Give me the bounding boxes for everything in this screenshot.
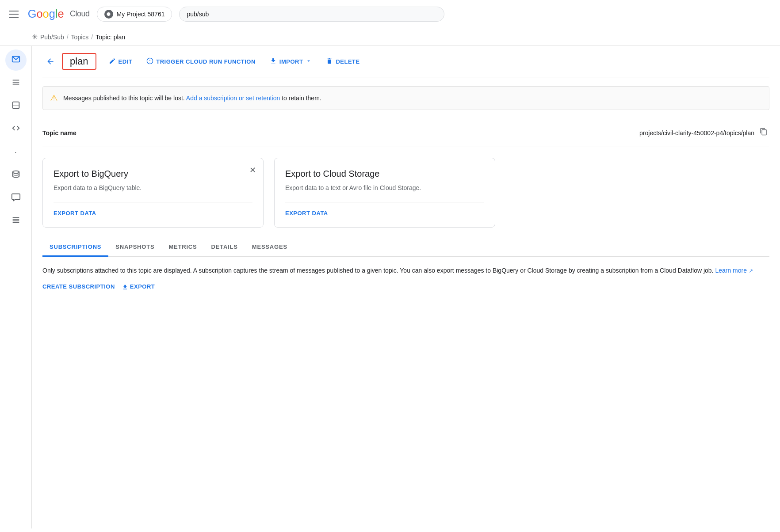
tab-content: Only subscriptions attached to this topi… bbox=[42, 257, 769, 300]
code-icon bbox=[11, 123, 21, 135]
svg-text:Google: Google bbox=[28, 8, 64, 20]
page-title: plan bbox=[62, 53, 96, 70]
list2-icon bbox=[11, 215, 21, 227]
edit-button[interactable]: EDIT bbox=[103, 54, 138, 69]
warning-icon: ⚠ bbox=[50, 93, 58, 103]
breadcrumb-sep1: / bbox=[67, 34, 69, 41]
sidebar-item-messages[interactable] bbox=[5, 49, 27, 71]
trigger-button[interactable]: TRIGGER CLOUD RUN FUNCTION bbox=[141, 54, 261, 69]
tab-details[interactable]: DETAILS bbox=[204, 238, 245, 257]
sidebar-item-dot[interactable]: • bbox=[5, 141, 27, 163]
toolbar: plan EDIT TRIGGER CLOUD RUN FUNCTION IMP… bbox=[42, 46, 769, 77]
search-input[interactable] bbox=[179, 7, 444, 22]
subscriptions-description: Only subscriptions attached to this topi… bbox=[42, 266, 769, 275]
cloud-storage-card-desc: Export data to a text or Avro file in Cl… bbox=[285, 184, 484, 191]
cloud-storage-card-title: Export to Cloud Storage bbox=[285, 169, 484, 179]
tab-metrics[interactable]: METRICS bbox=[161, 238, 204, 257]
edit-icon bbox=[109, 57, 116, 66]
storage-icon bbox=[11, 100, 21, 112]
project-selector[interactable]: My Project 58761 bbox=[97, 7, 172, 22]
breadcrumb-topics[interactable]: Topics bbox=[71, 34, 89, 41]
export-subscriptions-button[interactable]: EXPORT bbox=[122, 282, 155, 292]
project-icon bbox=[104, 10, 113, 19]
trigger-icon bbox=[146, 57, 153, 66]
breadcrumb-sep2: / bbox=[91, 34, 93, 41]
bigquery-card-title: Export to BigQuery bbox=[54, 169, 252, 179]
delete-label: DELETE bbox=[336, 58, 359, 65]
breadcrumb-pubsub[interactable]: Pub/Sub bbox=[40, 34, 64, 41]
copy-button[interactable] bbox=[758, 126, 769, 140]
edit-label: EDIT bbox=[119, 58, 133, 65]
project-name: My Project 58761 bbox=[117, 11, 165, 18]
alert-suffix: to retain them. bbox=[282, 95, 321, 102]
sidebar: • bbox=[0, 46, 32, 528]
sidebar-item-list[interactable] bbox=[5, 72, 27, 94]
breadcrumb-current: Topic: plan bbox=[96, 34, 125, 41]
trigger-label: TRIGGER CLOUD RUN FUNCTION bbox=[156, 58, 256, 65]
tab-subscriptions[interactable]: SUBSCRIPTIONS bbox=[42, 238, 108, 257]
close-bigquery-card-button[interactable]: ✕ bbox=[249, 165, 256, 175]
cloud-label: Cloud bbox=[70, 9, 90, 19]
svg-point-7 bbox=[12, 171, 19, 173]
export-bigquery-button[interactable]: EXPORT DATA bbox=[54, 210, 96, 217]
sidebar-item-storage[interactable] bbox=[5, 95, 27, 117]
learn-more-link[interactable]: Learn more ↗ bbox=[715, 267, 753, 274]
delete-icon bbox=[326, 57, 333, 66]
alert-link[interactable]: Add a subscription or set retention bbox=[186, 95, 280, 102]
import-button[interactable]: IMPORT bbox=[264, 54, 317, 69]
import-label: IMPORT bbox=[279, 58, 303, 65]
google-cloud-logo: Google Cloud bbox=[27, 8, 90, 21]
alert-message: Messages published to this topic will be… bbox=[63, 95, 321, 102]
export-cloud-storage-card: Export to Cloud Storage Export data to a… bbox=[274, 158, 495, 228]
import-chevron-icon bbox=[306, 58, 312, 65]
hamburger-menu[interactable] bbox=[7, 9, 20, 19]
export-cloud-storage-button[interactable]: EXPORT DATA bbox=[285, 210, 328, 217]
delete-button[interactable]: DELETE bbox=[321, 54, 365, 69]
main-layout: • bbox=[0, 46, 780, 528]
tab-messages[interactable]: MESSAGES bbox=[245, 238, 294, 257]
db-icon bbox=[11, 169, 21, 181]
tab-snapshots[interactable]: SNAPSHOTS bbox=[108, 238, 161, 257]
bigquery-card-desc: Export data to a BigQuery table. bbox=[54, 184, 252, 191]
tabs: SUBSCRIPTIONS SNAPSHOTS METRICS DETAILS … bbox=[42, 238, 769, 257]
sidebar-item-list2[interactable] bbox=[5, 210, 27, 232]
create-subscription-button[interactable]: CREATE SUBSCRIPTION bbox=[42, 282, 115, 292]
bigquery-card-footer: EXPORT DATA bbox=[54, 202, 252, 217]
breadcrumb: ✳ Pub/Sub / Topics / Topic: plan bbox=[0, 28, 780, 46]
topic-name-value: projects/civil-clarity-450002-p4/topics/… bbox=[131, 129, 754, 137]
main-content: plan EDIT TRIGGER CLOUD RUN FUNCTION IMP… bbox=[32, 46, 780, 528]
sidebar-item-code[interactable] bbox=[5, 118, 27, 140]
list-icon bbox=[11, 77, 21, 89]
import-icon bbox=[270, 57, 277, 66]
messages-icon bbox=[11, 54, 21, 66]
export-cards: ✕ Export to BigQuery Export data to a Bi… bbox=[42, 158, 769, 228]
external-link-icon: ↗ bbox=[749, 268, 753, 274]
topic-name-row: Topic name projects/civil-clarity-450002… bbox=[42, 119, 769, 147]
alert-banner: ⚠ Messages published to this topic will … bbox=[42, 86, 769, 110]
chat-icon bbox=[11, 192, 21, 204]
topic-name-label: Topic name bbox=[42, 129, 131, 137]
dot-icon: • bbox=[15, 150, 16, 154]
sidebar-item-db[interactable] bbox=[5, 164, 27, 186]
topbar: Google Cloud My Project 58761 bbox=[0, 0, 780, 28]
back-button[interactable] bbox=[42, 53, 58, 69]
pubsub-icon: ✳ bbox=[32, 33, 38, 41]
cloud-storage-card-footer: EXPORT DATA bbox=[285, 202, 484, 217]
sidebar-item-chat[interactable] bbox=[5, 187, 27, 209]
export-bigquery-card: ✕ Export to BigQuery Export data to a Bi… bbox=[42, 158, 264, 228]
tab-actions: CREATE SUBSCRIPTION EXPORT bbox=[42, 282, 769, 292]
